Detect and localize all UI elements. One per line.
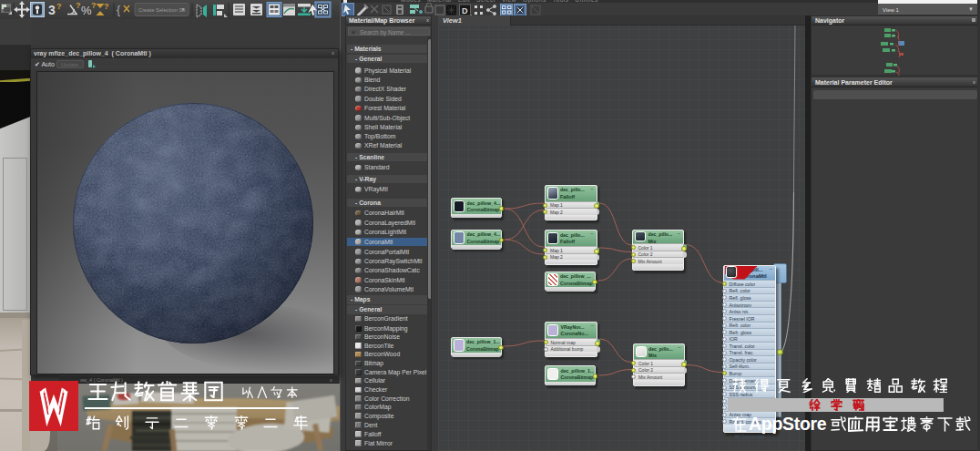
svg-text:D: D <box>462 6 468 15</box>
svg-text:3: 3 <box>48 3 56 17</box>
svg-text:?: ? <box>104 2 109 11</box>
svg-text:{: { <box>117 4 120 16</box>
svg-text:?: ? <box>91 1 97 10</box>
svg-text:Create Selection Se: Create Selection Se <box>138 7 186 13</box>
svg-text:?: ? <box>76 1 81 10</box>
svg-text:?: ? <box>56 2 62 11</box>
